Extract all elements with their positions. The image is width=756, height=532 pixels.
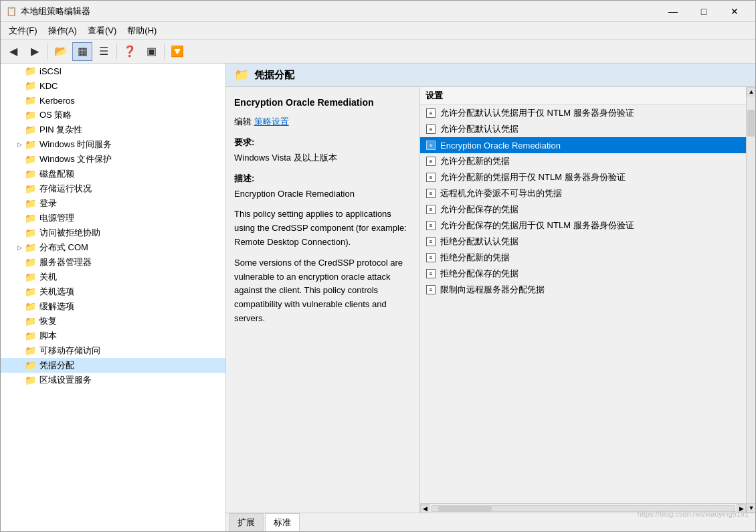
help-button[interactable]: ❓ <box>120 42 140 61</box>
panel-body: Encryption Oracle Remediation 编辑 策略设置 要求… <box>226 87 755 513</box>
tab-expand[interactable]: 扩展 <box>229 513 264 531</box>
menu-file[interactable]: 文件(F) <box>3 23 43 38</box>
setting-label-3: 允许分配新的凭据 <box>440 155 510 167</box>
sidebar-item-13[interactable]: 服务器管理器 <box>1 255 225 270</box>
settings-scrollbar-v[interactable]: ▲ ▼ <box>746 87 755 513</box>
window-icon: 📋 <box>6 6 17 17</box>
setting-label-11: 限制向远程服务器分配凭据 <box>440 284 545 296</box>
setting-row-9[interactable]: ≡拒绝分配新的凭据 <box>420 250 746 266</box>
setting-row-8[interactable]: ≡拒绝分配默认认凭据 <box>420 234 746 250</box>
policy-name-heading: Encryption Oracle Remediation <box>234 95 411 110</box>
sidebar-item-19[interactable]: 可移动存储访问 <box>1 343 225 358</box>
list-view-button[interactable]: ▦ <box>72 42 92 61</box>
expand-icon-6 <box>14 154 25 165</box>
scroll-v-track[interactable] <box>747 96 755 503</box>
sidebar-item-4[interactable]: PIN 复杂性 <box>1 122 225 137</box>
sidebar-item-0[interactable]: iSCSI <box>1 64 225 78</box>
folder-icon-12 <box>25 242 37 253</box>
sidebar-label-4: PIN 复杂性 <box>39 124 82 136</box>
setting-icon-1: ≡ <box>426 124 436 135</box>
requirements-value: Windows Vista 及以上版本 <box>234 151 411 165</box>
expand-icon-2 <box>14 95 25 106</box>
setting-label-6: 允许分配保存的凭据 <box>440 203 518 215</box>
policy-link[interactable]: 策略设置 <box>254 116 289 126</box>
sidebar-item-11[interactable]: 访问被拒绝协助 <box>1 226 225 240</box>
back-button[interactable]: ◀ <box>3 42 23 61</box>
close-button[interactable]: ✕ <box>719 1 750 21</box>
setting-row-5[interactable]: ≡远程机允许委派不可导出的凭据 <box>420 185 746 201</box>
settings-header: 设置 <box>420 87 746 105</box>
sidebar-item-7[interactable]: 磁盘配额 <box>1 167 225 181</box>
scroll-up-arrow[interactable]: ▲ <box>747 87 755 96</box>
sidebar-label-17: 恢复 <box>39 315 57 327</box>
sidebar-item-3[interactable]: OS 策略 <box>1 108 225 122</box>
sidebar-label-12: 分布式 COM <box>39 242 88 254</box>
sidebar-item-14[interactable]: 关机 <box>1 270 225 284</box>
expand-icon-19 <box>14 345 25 356</box>
setting-label-4: 允许分配新的凭据用于仅 NTLM 服务器身份验证 <box>440 171 626 183</box>
sidebar-item-20[interactable]: 凭据分配 <box>1 358 225 373</box>
expand-icon-3 <box>14 110 25 120</box>
setting-row-3[interactable]: ≡允许分配新的凭据 <box>420 153 746 169</box>
sidebar-label-6: Windows 文件保护 <box>39 153 112 165</box>
folder-icon-9 <box>25 198 37 209</box>
setting-label-7: 允许分配保存的凭据用于仅 NTLM 服务器身份验证 <box>440 219 634 232</box>
sidebar-label-11: 访问被拒绝协助 <box>39 227 100 239</box>
sidebar-item-17[interactable]: 恢复 <box>1 314 225 329</box>
folder-icon-2 <box>25 95 37 106</box>
preview-button[interactable]: ▣ <box>141 42 161 61</box>
sidebar-label-9: 登录 <box>39 197 57 209</box>
filter-button[interactable]: 🔽 <box>167 42 187 61</box>
list-detail-button[interactable]: ☰ <box>94 42 114 61</box>
setting-icon-10: ≡ <box>426 268 436 279</box>
sidebar-item-10[interactable]: 电源管理 <box>1 211 225 226</box>
sidebar-label-2: Kerberos <box>39 96 75 106</box>
sidebar-item-18[interactable]: 脚本 <box>1 329 225 343</box>
setting-row-2[interactable]: ≡Encryption Oracle Remediation <box>420 137 746 153</box>
scroll-left-arrow[interactable]: ◀ <box>420 504 430 513</box>
folder-open-button[interactable]: 📂 <box>51 42 71 61</box>
sidebar-item-6[interactable]: Windows 文件保护 <box>1 152 225 167</box>
setting-row-6[interactable]: ≡允许分配保存的凭据 <box>420 201 746 217</box>
sidebar-item-12[interactable]: ▷分布式 COM <box>1 240 225 255</box>
sidebar-item-8[interactable]: 存储运行状况 <box>1 181 225 196</box>
setting-icon-9: ≡ <box>426 252 436 263</box>
expand-icon-9 <box>14 198 25 209</box>
folder-icon-8 <box>25 183 37 194</box>
folder-icon-7 <box>25 169 37 179</box>
sidebar-item-16[interactable]: 缓解选项 <box>1 299 225 314</box>
menu-view[interactable]: 查看(V) <box>82 23 122 38</box>
setting-row-10[interactable]: ≡拒绝分配保存的凭据 <box>420 266 746 282</box>
sidebar-item-21[interactable]: 区域设置服务 <box>1 373 225 387</box>
sidebar-item-15[interactable]: 关机选项 <box>1 284 225 299</box>
toolbar-separator-3 <box>164 43 165 60</box>
panel-header: 📁 凭据分配 <box>226 64 755 87</box>
sidebar-item-2[interactable]: Kerberos <box>1 93 225 108</box>
tab-standard[interactable]: 标准 <box>265 513 300 531</box>
setting-row-7[interactable]: ≡允许分配保存的凭据用于仅 NTLM 服务器身份验证 <box>420 217 746 234</box>
panel-title: 凭据分配 <box>254 69 294 82</box>
sidebar-item-1[interactable]: KDC <box>1 78 225 93</box>
forward-button[interactable]: ▶ <box>25 42 45 61</box>
sidebar-label-14: 关机 <box>39 271 57 283</box>
setting-row-11[interactable]: ≡限制向远程服务器分配凭据 <box>420 282 746 298</box>
maximize-button[interactable]: □ <box>688 1 719 21</box>
expand-icon-11 <box>14 228 25 238</box>
setting-row-4[interactable]: ≡允许分配新的凭据用于仅 NTLM 服务器身份验证 <box>420 169 746 185</box>
folder-icon-15 <box>25 286 37 297</box>
expand-icon-18 <box>14 331 25 341</box>
sidebar-item-5[interactable]: ▷Windows 时间服务 <box>1 137 225 152</box>
setting-icon-6: ≡ <box>426 204 436 215</box>
setting-row-1[interactable]: ≡允许分配默认认凭据 <box>420 121 746 137</box>
settings-list: ≡允许分配默认认凭据用于仅 NTLM 服务器身份验证≡允许分配默认认凭据≡Enc… <box>420 105 746 503</box>
sidebar-item-9[interactable]: 登录 <box>1 196 225 211</box>
folder-icon-14 <box>25 272 37 282</box>
expand-icon-16 <box>14 301 25 312</box>
menu-action[interactable]: 操作(A) <box>43 23 82 38</box>
minimize-button[interactable]: — <box>658 1 688 21</box>
sidebar-label-21: 区域设置服务 <box>39 374 92 386</box>
setting-row-0[interactable]: ≡允许分配默认认凭据用于仅 NTLM 服务器身份验证 <box>420 105 746 121</box>
folder-icon-4 <box>25 124 37 135</box>
menu-help[interactable]: 帮助(H) <box>122 23 162 38</box>
setting-icon-8: ≡ <box>426 236 436 247</box>
